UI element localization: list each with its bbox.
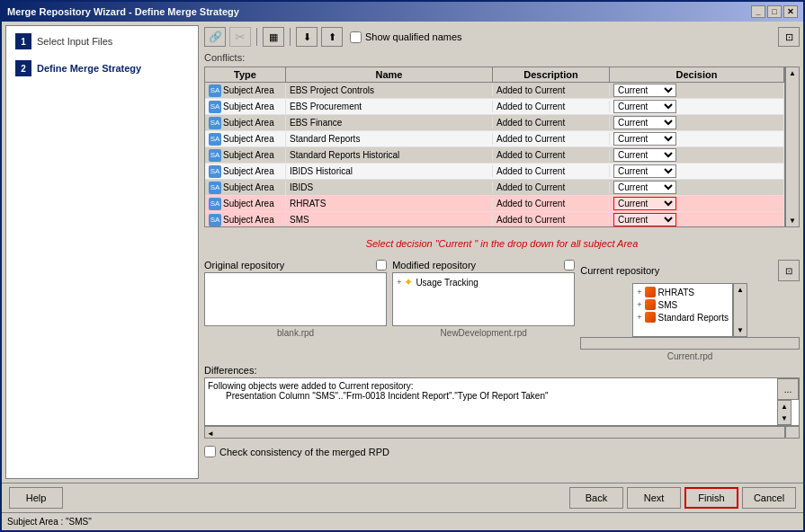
original-repo-label: Original repository xyxy=(204,260,376,270)
current-repo-header: Current repository ⊡ xyxy=(580,260,800,281)
decision-select-7[interactable]: Current xyxy=(613,197,676,210)
step-2-number: 2 xyxy=(15,60,31,76)
expand-current-2[interactable]: + xyxy=(637,313,641,322)
cell-name-5: IBIDS Historical xyxy=(286,165,493,177)
show-qualified-checkbox[interactable] xyxy=(350,31,362,43)
cell-type-4: SA Subject Area xyxy=(205,148,286,163)
decision-select-1[interactable]: Current xyxy=(613,100,676,113)
cell-type-text-3: Subject Area xyxy=(223,134,274,144)
decision-select-0[interactable]: Current xyxy=(613,84,676,97)
subject-area-icon-2: SA xyxy=(209,117,221,129)
subject-area-icon-7: SA xyxy=(209,198,221,210)
original-repo-col: Original repository blank.rpd xyxy=(204,260,387,338)
status-bar: Subject Area : "SMS" xyxy=(2,512,803,530)
step-1-number: 1 xyxy=(15,33,31,49)
toolbar-btn-5[interactable]: ⬆ xyxy=(321,27,343,47)
scroll-down-arrow[interactable]: ▼ xyxy=(787,215,798,226)
conflict-row-1: SA Subject Area EBS Procurement Added to… xyxy=(205,99,784,115)
conflicts-section: Type Name Description Decision SA Subjec… xyxy=(204,66,800,227)
decision-select-6[interactable]: Current xyxy=(613,181,676,194)
close-button[interactable]: ✕ xyxy=(783,5,798,18)
cell-type-2: SA Subject Area xyxy=(205,116,286,130)
current-repo-scrollbar[interactable]: ▲ ▼ xyxy=(733,283,747,337)
toolbar-separator-1 xyxy=(256,28,257,46)
current-scroll-down[interactable]: ▼ xyxy=(735,324,746,336)
cell-desc-2: Added to Current xyxy=(493,117,610,129)
scroll-up-arrow[interactable]: ▲ xyxy=(787,67,798,79)
next-button[interactable]: Next xyxy=(627,487,681,509)
wizard-step-1[interactable]: 1 Select Input Files xyxy=(10,30,194,53)
toolbar-btn-expand[interactable]: ⊡ xyxy=(778,27,800,47)
diff-ellipsis-btn[interactable]: ... xyxy=(777,378,799,400)
cell-name-2: EBS Finance xyxy=(286,117,493,129)
current-tree-item-0: + RHRATS xyxy=(635,286,730,298)
col-header-decision: Decision xyxy=(610,67,784,82)
help-button[interactable]: Help xyxy=(9,487,63,509)
diff-scroll-down[interactable]: ▼ xyxy=(779,412,790,424)
check-consistency-label: Check consistency of the merged RPD xyxy=(219,447,389,457)
cell-name-3: Standard Reports xyxy=(286,133,493,145)
toolbar-separator-2 xyxy=(290,28,291,46)
decision-select-4[interactable]: Current xyxy=(613,148,676,162)
decision-select-5[interactable]: Current xyxy=(613,164,676,178)
cell-type-0: SA Subject Area xyxy=(205,84,286,98)
step-2-label: Define Merge Strategy xyxy=(37,63,141,74)
expand-current-1[interactable]: + xyxy=(637,300,641,309)
cell-desc-4: Added to Current xyxy=(493,149,610,161)
current-item-label-2: Standard Reports xyxy=(658,313,729,323)
annotation-text: Select decision "Current " in the drop d… xyxy=(366,238,639,249)
bottom-buttons-bar: Help Back Next Finish Cancel xyxy=(2,483,803,512)
scroll-left-arrow[interactable]: ◄ xyxy=(205,430,216,438)
usage-tracking-label: Usage Tracking xyxy=(416,278,478,288)
cell-decision-2: Current xyxy=(610,115,784,130)
conflict-row-2: SA Subject Area EBS Finance Added to Cur… xyxy=(205,115,784,131)
conflict-row-7: SA Subject Area RHRATS Added to Current … xyxy=(205,196,784,212)
subject-area-icon-5: SA xyxy=(209,165,221,178)
cell-name-1: EBS Procurement xyxy=(286,101,493,112)
col-header-desc: Description xyxy=(493,67,610,82)
toolbar-btn-4[interactable]: ⬇ xyxy=(296,27,318,47)
cell-decision-6: Current xyxy=(610,180,784,195)
original-repo-checkbox[interactable] xyxy=(376,260,387,270)
expand-icon-btn[interactable]: ⊡ xyxy=(778,260,800,281)
main-content: 1 Select Input Files 2 Define Merge Stra… xyxy=(2,22,803,483)
decision-select-8[interactable]: Current xyxy=(613,213,676,226)
current-scroll-up[interactable]: ▲ xyxy=(735,284,746,296)
diff-scroll-up[interactable]: ▲ xyxy=(779,401,790,412)
diff-horiz-scroll[interactable]: ◄ xyxy=(204,426,785,439)
modified-repo-checkbox[interactable] xyxy=(564,260,575,270)
differences-line2: Presentation Column "SMS".."Frm-0018 Inc… xyxy=(208,391,774,401)
cancel-button[interactable]: Cancel xyxy=(742,487,796,509)
finish-button[interactable]: Finish xyxy=(684,487,738,509)
conflicts-body: SA Subject Area EBS Project Controls Add… xyxy=(205,83,784,226)
diff-vert-scrollbar[interactable]: ▲ ▼ xyxy=(777,400,792,425)
wizard-step-2[interactable]: 2 Define Merge Strategy xyxy=(10,57,194,80)
check-consistency-checkbox[interactable] xyxy=(204,446,216,457)
cell-type-text-8: Subject Area xyxy=(223,215,274,225)
cell-desc-3: Added to Current xyxy=(493,133,610,145)
expand-current-0[interactable]: + xyxy=(637,288,641,297)
check-consistency-row: Check consistency of the merged RPD xyxy=(204,446,800,457)
conflicts-scrollbar[interactable]: ▲ ▼ xyxy=(785,66,800,227)
cell-desc-8: Added to Current xyxy=(493,214,610,226)
decision-select-2[interactable]: Current xyxy=(613,116,676,129)
cell-name-0: EBS Project Controls xyxy=(286,84,493,96)
conflict-row-8: SA Subject Area SMS Added to Current Cur… xyxy=(205,212,784,226)
cube-icon-0 xyxy=(645,287,656,297)
current-repo-content-wrapper: + RHRATS + SMS + Standard Reports ▲ ▼ xyxy=(632,283,747,337)
back-button[interactable]: Back xyxy=(569,487,623,509)
cell-desc-0: Added to Current xyxy=(493,84,610,96)
toolbar-btn-3[interactable]: ▦ xyxy=(263,27,284,47)
original-repo-file: blank.rpd xyxy=(277,328,314,338)
subject-area-icon-3: SA xyxy=(209,133,221,146)
right-panel: 🔗 ✂ ▦ ⬇ ⬆ Show qualified names ⊡ Conflic… xyxy=(204,25,800,479)
maximize-button[interactable]: □ xyxy=(767,5,782,18)
decision-select-3[interactable]: Current xyxy=(613,132,676,146)
expand-usage[interactable]: + xyxy=(397,278,401,287)
toolbar-btn-2[interactable]: ✂ xyxy=(229,27,251,47)
minimize-button[interactable]: _ xyxy=(751,5,765,18)
toolbar-btn-1[interactable]: 🔗 xyxy=(204,27,226,47)
current-horiz-scroll[interactable] xyxy=(580,337,800,350)
differences-label: Differences: xyxy=(204,365,800,376)
cell-desc-6: Added to Current xyxy=(493,182,610,193)
